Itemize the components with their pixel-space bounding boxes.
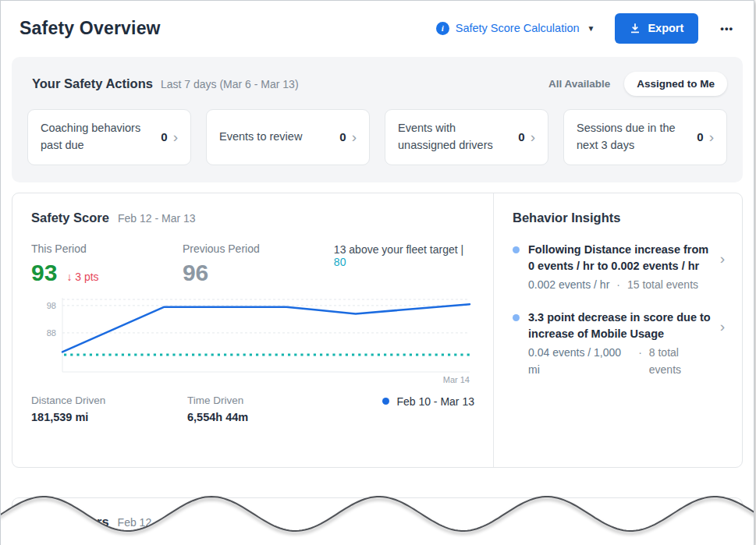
action-card-count: 0 [518, 130, 524, 143]
svg-text:98: 98 [47, 300, 56, 310]
download-icon [630, 23, 641, 34]
calc-link-label: Safety Score Calculation [456, 22, 580, 34]
insight-title: Following Distance increase from 0 event… [528, 242, 712, 274]
export-button[interactable]: Export [615, 13, 698, 44]
insight-item-following-distance[interactable]: Following Distance increase from 0 event… [513, 242, 725, 294]
safety-score-date-range: Feb 12 - Mar 13 [118, 212, 196, 225]
safety-score-chart[interactable]: 9888Mar 14 [31, 296, 474, 385]
fleet-target-text: 13 above your fleet target | [334, 243, 463, 256]
fleet-target-summary: 13 above your fleet target | 80 [334, 242, 474, 285]
action-card-events-to-review[interactable]: Events to review 0 › [206, 109, 370, 165]
info-icon: i [436, 22, 449, 35]
action-card-count: 0 [697, 130, 703, 143]
time-driven-label: Time Driven [187, 395, 343, 406]
safety-actions-panel: Your Safety Actions Last 7 days (Mar 6 -… [12, 57, 743, 182]
bullet-icon [513, 314, 520, 321]
dot-separator: · [638, 345, 642, 378]
toggle-assigned-to-me[interactable]: Assigned to Me [624, 72, 727, 96]
chevron-right-icon: › [709, 129, 714, 144]
safety-overview-page: Safety Overview i Safety Score Calculati… [0, 0, 754, 545]
action-card-label: Events with unassigned drivers [398, 120, 515, 154]
delta-text: 3 pts [75, 271, 98, 283]
behavior-insights-title: Behavior Insights [513, 211, 725, 225]
time-driven-value: 6,554h 44m [187, 411, 343, 423]
distance-driven-label: Distance Driven [31, 395, 187, 406]
assignment-toggle: All Available Assigned to Me [538, 72, 727, 96]
actions-title: Your Safety Actions [32, 76, 153, 91]
fleet-target-value: 80 [334, 256, 346, 268]
toggle-all-available[interactable]: All Available [538, 73, 621, 95]
insight-stat-rate: 0.04 events / 1,000 mi [528, 345, 631, 378]
chevron-right-icon: › [531, 129, 535, 144]
safety-score-section: Safety Score Feb 12 - Mar 13 This Period… [12, 193, 493, 467]
export-label: Export [648, 22, 683, 34]
behavior-insights-section: Behavior Insights Following Distance inc… [493, 193, 742, 467]
distance-driven-value: 181,539 mi [31, 411, 187, 423]
insight-stat-total: 15 total events [627, 277, 698, 294]
score-delta: ↓ 3 pts [66, 271, 98, 283]
action-card-sessions-due[interactable]: Sessions due in the next 3 days 0 › [563, 109, 727, 165]
factors-section: Factors Feb 12 - Ma [12, 497, 743, 545]
dot-separator: · [616, 277, 620, 294]
chart-legend: Feb 10 - Mar 13 [382, 395, 474, 408]
factors-title: Factors [62, 515, 109, 529]
action-card-label: Events to review [219, 129, 302, 146]
page-title: Safety Overview [20, 18, 161, 39]
chevron-right-icon: › [352, 129, 357, 144]
action-card-count: 0 [339, 130, 346, 143]
chevron-right-icon: › [720, 319, 725, 378]
previous-period-label: Previous Period [183, 242, 334, 255]
svg-text:Mar 14: Mar 14 [443, 375, 470, 384]
chevron-right-icon: › [173, 129, 178, 144]
score-chart-svg: 9888Mar 14 [31, 296, 474, 385]
insight-stat-rate: 0.002 events / hr [528, 277, 609, 294]
this-period-score: 93 [31, 261, 57, 285]
previous-period-score: 96 [183, 261, 208, 285]
svg-text:88: 88 [47, 327, 56, 337]
actions-date-range: Last 7 days (Mar 6 - Mar 13) [161, 78, 299, 90]
bullet-icon [513, 246, 520, 253]
legend-label: Feb 10 - Mar 13 [396, 395, 474, 408]
action-card-unassigned-drivers[interactable]: Events with unassigned drivers 0 › [385, 109, 548, 165]
safety-score-calculation-link[interactable]: i Safety Score Calculation ▼ [436, 22, 595, 35]
this-period-label: This Period [31, 242, 183, 255]
safety-score-title: Safety Score [31, 211, 109, 225]
chevron-right-icon: › [720, 251, 725, 294]
chevron-down-icon: ▼ [587, 24, 595, 33]
action-card-label: Sessions due in the next 3 days [577, 120, 694, 154]
action-card-label: Coaching behaviors past due [41, 120, 158, 154]
arrow-down-icon: ↓ [66, 271, 72, 283]
factors-date-range: Feb 12 - Ma [118, 516, 176, 529]
insight-stat-total: 8 total events [649, 345, 712, 378]
legend-dot-icon [382, 398, 389, 405]
page-header: Safety Overview i Safety Score Calculati… [1, 1, 754, 55]
action-card-count: 0 [161, 130, 167, 143]
insight-title: 3.3 point decrease in score due to incre… [528, 310, 712, 342]
score-and-insights-card: Safety Score Feb 12 - Mar 13 This Period… [12, 193, 743, 468]
insight-item-mobile-usage[interactable]: 3.3 point decrease in score due to incre… [513, 310, 725, 378]
action-card-coaching-past-due[interactable]: Coaching behaviors past due 0 › [27, 109, 191, 165]
overflow-menu-button[interactable]: ••• [719, 18, 735, 39]
